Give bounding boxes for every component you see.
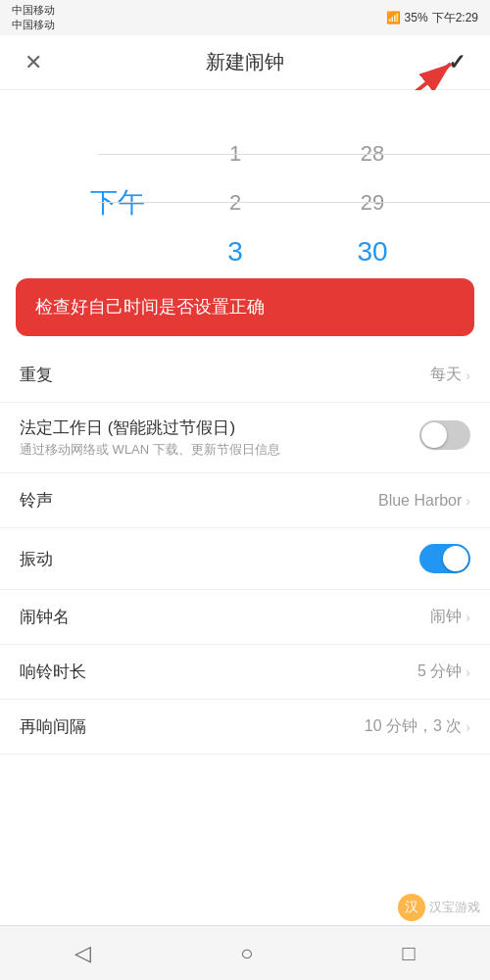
duration-value-area: 5 分钟 › xyxy=(417,662,470,682)
watermark: 汉 汉宝游戏 xyxy=(398,894,480,921)
battery-percent: 35% xyxy=(405,11,428,24)
vibrate-toggle[interactable] xyxy=(419,544,470,573)
workday-toggle-knob xyxy=(421,422,447,448)
home-button[interactable]: ○ xyxy=(240,941,253,966)
minute-column[interactable]: 28 29 30 xyxy=(304,90,441,267)
status-right: 📶 35% 下午2:29 xyxy=(386,10,478,26)
repeat-chevron: › xyxy=(466,368,470,383)
duration-value: 5 分钟 xyxy=(417,662,462,682)
workday-toggle[interactable] xyxy=(419,420,470,450)
ampm-above2 xyxy=(69,129,167,178)
hour-selected[interactable]: 3 xyxy=(167,227,304,267)
header: ✕ 新建闹钟 ✓ xyxy=(0,35,490,90)
back-button[interactable]: ◁ xyxy=(74,941,91,966)
minute-selected[interactable]: 30 xyxy=(304,227,441,267)
hour-column[interactable]: 1 2 3 xyxy=(167,90,304,267)
settings-item-repeat[interactable]: 重复 每天 › xyxy=(0,348,490,403)
alarmname-value: 闹钟 xyxy=(430,607,462,627)
settings-item-duration[interactable]: 响铃时长 5 分钟 › xyxy=(0,645,490,700)
settings-item-vibrate[interactable]: 振动 xyxy=(0,528,490,590)
warning-text: 检查好自己时间是否设置正确 xyxy=(35,297,265,317)
ampm-above xyxy=(69,90,167,129)
carrier1: 中国移动 xyxy=(12,3,55,18)
carrier2: 中国移动 xyxy=(12,18,55,32)
vibrate-label: 振动 xyxy=(20,548,419,570)
recent-button[interactable]: □ xyxy=(403,941,416,966)
close-button[interactable]: ✕ xyxy=(16,45,51,80)
snooze-value-area: 10 分钟，3 次 › xyxy=(365,716,470,737)
page-title: 新建闹钟 xyxy=(206,49,284,75)
ringtone-chevron: › xyxy=(466,493,470,509)
ampm-selected[interactable]: 下午 xyxy=(69,178,167,227)
settings-item-ringtone[interactable]: 铃声 Blue Harbor › xyxy=(0,473,490,528)
repeat-label: 重复 xyxy=(20,364,430,386)
duration-chevron: › xyxy=(466,664,470,680)
watermark-icon: 汉 xyxy=(398,894,425,921)
repeat-value: 每天 xyxy=(430,365,462,385)
warning-banner: 检查好自己时间是否设置正确 xyxy=(16,278,474,336)
repeat-value-area: 每天 › xyxy=(430,365,470,385)
time-picker[interactable]: 下午 1 2 3 28 29 30 xyxy=(0,90,490,267)
ampm-column[interactable]: 下午 xyxy=(49,90,167,267)
workday-label: 法定工作日 (智能跳过节假日) xyxy=(20,416,419,439)
carrier-info: 中国移动 中国移动 xyxy=(12,3,55,32)
settings-item-workday[interactable]: 法定工作日 (智能跳过节假日) 通过移动网络或 WLAN 下载、更新节假日信息 xyxy=(0,403,490,473)
snooze-label: 再响间隔 xyxy=(20,715,365,738)
duration-label: 响铃时长 xyxy=(20,661,417,683)
ringtone-label: 铃声 xyxy=(20,489,378,512)
minute-above: 28 xyxy=(304,129,441,178)
settings-list: 重复 每天 › 法定工作日 (智能跳过节假日) 通过移动网络或 WLAN 下载、… xyxy=(0,348,490,755)
hour-above2 xyxy=(167,90,304,129)
ampm-below xyxy=(69,227,167,267)
settings-item-alarmname[interactable]: 闹钟名 闹钟 › xyxy=(0,590,490,645)
snooze-value: 10 分钟，3 次 xyxy=(365,716,463,737)
ringtone-value: Blue Harbor xyxy=(378,492,462,510)
signal-icon: 📶 xyxy=(386,11,401,24)
hour-above: 1 xyxy=(167,129,304,178)
alarmname-value-area: 闹钟 › xyxy=(430,607,470,627)
vibrate-toggle-knob xyxy=(443,546,468,571)
hour-below: 2 xyxy=(167,178,304,227)
alarmname-chevron: › xyxy=(466,610,470,625)
time-display: 下午2:29 xyxy=(432,10,478,26)
minute-above2 xyxy=(304,90,441,129)
workday-sublabel: 通过移动网络或 WLAN 下载、更新节假日信息 xyxy=(20,441,419,459)
settings-item-snooze[interactable]: 再响间隔 10 分钟，3 次 › xyxy=(0,700,490,755)
ringtone-value-area: Blue Harbor › xyxy=(378,492,470,510)
watermark-text: 汉宝游戏 xyxy=(429,899,480,916)
minute-below: 29 xyxy=(304,178,441,227)
snooze-chevron: › xyxy=(466,719,470,735)
alarmname-label: 闹钟名 xyxy=(20,606,430,628)
status-bar: 中国移动 中国移动 📶 35% 下午2:29 xyxy=(0,0,490,35)
bottom-nav: ◁ ○ □ xyxy=(0,925,490,980)
confirm-button[interactable]: ✓ xyxy=(439,45,474,80)
